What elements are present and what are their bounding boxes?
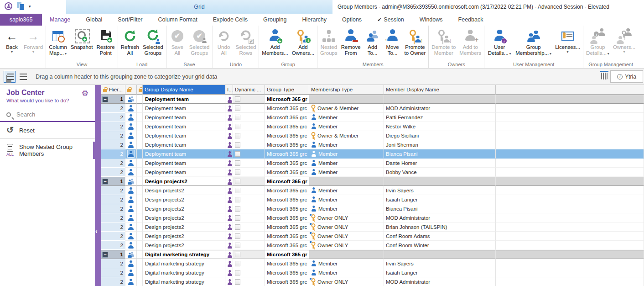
group-type-cell[interactable]: Microsoft 365 gr xyxy=(265,177,309,186)
col-header-group-display-name[interactable]: Group Display Name xyxy=(143,85,225,94)
forward-button[interactable]: → Forward ▾ xyxy=(22,27,45,54)
tab-sapio365[interactable]: sapio365 xyxy=(0,14,42,26)
group-type-cell[interactable]: Microsoft 365 grc xyxy=(265,168,309,177)
col-header-member-display-name[interactable]: Member Display Name xyxy=(384,85,496,94)
membership-type-cell[interactable]: Member xyxy=(309,113,384,122)
member-name-cell[interactable]: Bianca Pisani xyxy=(384,204,496,213)
table-row[interactable]: 2Digital marketing strategyMicrosoft 365… xyxy=(101,259,644,268)
undo-selected-rows-button[interactable]: ✔ Selected Rows xyxy=(234,27,258,57)
add-to-members-button[interactable]: + Add to Members xyxy=(457,27,483,57)
sidebar-item-show-nested-group-members[interactable]: ALL Show Nested Group Members xyxy=(0,139,95,162)
col-header-group-type[interactable]: Group Type xyxy=(265,85,309,94)
group-type-cell[interactable]: Microsoft 365 grc xyxy=(265,131,309,140)
collapse-toggle[interactable]: – xyxy=(102,179,108,185)
dynamic-checkbox[interactable] xyxy=(235,252,240,257)
dynamic-checkbox[interactable] xyxy=(235,206,240,212)
group-name-cell[interactable]: Deployment team xyxy=(143,95,225,104)
group-type-cell[interactable]: Microsoft 365 gr xyxy=(265,250,309,259)
qat-dropdown-icon[interactable]: ▾ xyxy=(29,4,31,9)
table-row[interactable]: 2Design projects2Microsoft 365 grcMember… xyxy=(101,186,644,195)
dynamic-checkbox[interactable] xyxy=(235,96,240,102)
member-name-cell[interactable]: Conf Room Winter xyxy=(384,241,496,250)
dynamic-checkbox[interactable] xyxy=(235,169,240,175)
membership-type-cell[interactable]: Member xyxy=(309,259,384,268)
tab-grouping[interactable]: Grouping xyxy=(255,14,294,26)
membership-type-cell[interactable]: Member xyxy=(309,122,384,131)
group-name-cell[interactable]: Deployment team xyxy=(143,140,225,149)
gear-icon[interactable]: ⚙ xyxy=(82,89,88,98)
table-row[interactable]: 2Design projects2Microsoft 365 grcMember… xyxy=(101,204,644,213)
table-row[interactable]: 2Design projects2Microsoft 365 grcOwner … xyxy=(101,213,644,222)
tab-feedback[interactable]: Feedback xyxy=(451,14,491,26)
member-name-cell[interactable]: Isaiah Langer xyxy=(384,195,496,204)
tab-windows[interactable]: Windows xyxy=(412,14,451,26)
licenses-button[interactable]: Licenses... ▾ xyxy=(553,27,582,54)
table-row[interactable]: –1Digital marketing strategyMicrosoft 36… xyxy=(101,250,644,259)
dynamic-checkbox[interactable] xyxy=(235,261,240,266)
group-type-cell[interactable]: Microsoft 365 grc xyxy=(265,159,309,168)
tab-explode-cells[interactable]: Explode Cells xyxy=(205,14,255,26)
dynamic-checkbox[interactable] xyxy=(235,197,240,202)
group-name-cell[interactable]: Digital marketing strategy xyxy=(143,268,225,277)
collapse-toggle[interactable]: – xyxy=(102,252,108,258)
member-name-cell[interactable]: MOD Administrator xyxy=(384,277,496,286)
group-membership-button[interactable]: Group Membership...▾ xyxy=(514,27,553,57)
tab-hierarchy[interactable]: Hierarchy xyxy=(295,14,335,26)
dynamic-checkbox[interactable] xyxy=(235,151,240,157)
group-name-cell[interactable]: Design projects2 xyxy=(143,195,225,204)
group-name-cell[interactable]: Digital marketing strategy xyxy=(143,259,225,268)
membership-type-cell[interactable]: Member xyxy=(309,204,384,213)
group-name-cell[interactable]: Design projects2 xyxy=(143,213,225,222)
member-name-cell[interactable]: MOD Administrator xyxy=(384,104,496,113)
col-header-membership-type[interactable]: Membership Type xyxy=(309,85,384,94)
table-row[interactable]: –1Deployment teamMicrosoft 365 gr xyxy=(101,95,644,104)
member-name-cell[interactable]: Patti Fernandez xyxy=(384,113,496,122)
table-row[interactable]: 2Design projects2Microsoft 365 grcOwner … xyxy=(101,232,644,241)
member-name-cell[interactable]: Bianca Pisani xyxy=(384,149,496,159)
membership-type-cell[interactable] xyxy=(309,250,384,259)
table-row[interactable]: 2Design projects2Microsoft 365 grcOwner … xyxy=(101,241,644,250)
member-name-cell[interactable]: Nestor Wilke xyxy=(384,122,496,131)
dynamic-checkbox[interactable] xyxy=(235,179,240,184)
back-dropdown-icon[interactable]: ▾ xyxy=(11,50,13,53)
table-row[interactable]: 2Deployment teamMicrosoft 365 grcMemberD… xyxy=(101,159,644,168)
remove-from-button[interactable]: Remove From xyxy=(339,27,363,57)
group-name-cell[interactable]: Deployment team xyxy=(143,168,225,177)
group-type-cell[interactable]: Microsoft 365 grc xyxy=(265,113,309,122)
membership-type-cell[interactable]: Owner ONLY xyxy=(309,241,384,250)
member-name-cell[interactable]: Irvin Sayers xyxy=(384,186,496,195)
search-input[interactable]: Search xyxy=(0,108,95,122)
member-name-cell[interactable]: MOD Administrator xyxy=(384,213,496,222)
add-owners-button[interactable]: + Add Owners... xyxy=(290,27,316,57)
membership-type-cell[interactable]: Member xyxy=(309,195,384,204)
col-header-row-icon[interactable] xyxy=(125,85,137,94)
member-name-cell[interactable]: Brian Johnson (TAILSPIN) xyxy=(384,222,496,232)
table-row[interactable]: 2Deployment teamMicrosoft 365 grcMemberJ… xyxy=(101,140,644,149)
membership-type-cell[interactable]: Member xyxy=(309,140,384,149)
member-name-cell[interactable] xyxy=(384,177,496,186)
table-row[interactable]: 2Deployment teamMicrosoft 365 grcOwner &… xyxy=(101,104,644,113)
group-type-cell[interactable]: Microsoft 365 grc xyxy=(265,195,309,204)
undo-all-button[interactable]: Undo All xyxy=(214,27,234,57)
member-name-cell[interactable]: Isaiah Langer xyxy=(384,268,496,277)
membership-type-cell[interactable]: Member xyxy=(309,268,384,277)
group-type-cell[interactable]: Microsoft 365 grc xyxy=(265,186,309,195)
table-row[interactable]: 2Deployment teamMicrosoft 365 grcMemberB… xyxy=(101,168,644,177)
table-row[interactable]: 2Design projects2Microsoft 365 grcMember… xyxy=(101,195,644,204)
group-name-cell[interactable]: Design projects2 xyxy=(143,186,225,195)
group-name-cell[interactable]: Design projects2 xyxy=(143,204,225,213)
membership-type-cell[interactable]: Owner ONLY xyxy=(309,213,384,222)
app-logo-icon[interactable] xyxy=(5,2,12,10)
membership-type-cell[interactable]: Member xyxy=(309,168,384,177)
ytria-brand-button[interactable]: i Ytria xyxy=(610,70,643,83)
group-name-cell[interactable]: Deployment team xyxy=(143,159,225,168)
group-name-cell[interactable]: Design projects2 xyxy=(143,177,225,186)
group-type-cell[interactable]: Microsoft 365 gr xyxy=(265,95,309,104)
add-members-button[interactable]: + Add Members... xyxy=(260,27,290,57)
forward-dropdown-icon[interactable]: ▾ xyxy=(32,50,34,53)
tab-sort-filter[interactable]: Sort/Filter xyxy=(110,14,150,26)
table-row[interactable]: 2Digital marketing strategyMicrosoft 365… xyxy=(101,277,644,286)
back-button[interactable]: ← Back ▾ xyxy=(2,27,22,54)
group-name-cell[interactable]: Digital marketing strategy xyxy=(143,277,225,286)
sidebar-splitter[interactable]: ‹ xyxy=(95,85,101,286)
